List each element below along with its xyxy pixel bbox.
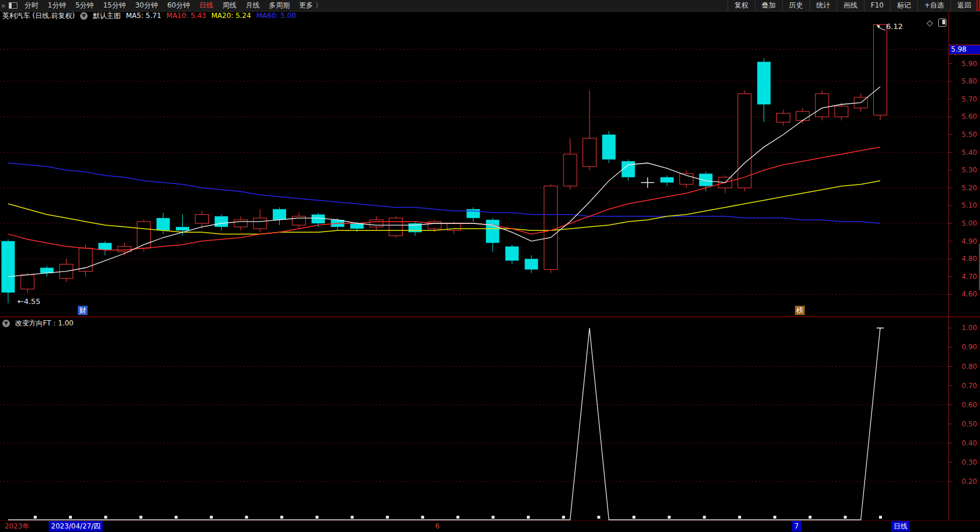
event-badge-财[interactable]: 财 [78, 306, 88, 315]
event-badge-榜[interactable]: 榜 [795, 306, 805, 315]
main-gridlines [0, 49, 949, 294]
indicator-axis-label: 0.50 [952, 420, 977, 428]
price-axis-label: 5.30 [952, 166, 977, 174]
indicator-axis-label: 1.00 [952, 324, 977, 332]
price-axis-label: 4.70 [952, 273, 977, 281]
last-price-tag: 5.98 [949, 45, 980, 55]
indicator-axis-label: 0.80 [952, 363, 977, 371]
chart-canvas[interactable] [0, 0, 980, 532]
high-price-annotation: 6.12 [886, 22, 903, 31]
period-tag[interactable]: 日线 [891, 521, 910, 531]
year-label: 2023年 [5, 521, 30, 531]
date-axis: 2023年 2023/04/27/四 日线 67 [0, 521, 980, 532]
chart-corner-tools: ◇ [927, 18, 946, 27]
candles [2, 24, 887, 303]
axis-frame [0, 0, 980, 520]
price-axis-label: 5.60 [952, 113, 977, 121]
indicator-gridlines [0, 367, 949, 482]
low-price-annotation: ←4.55 [17, 297, 41, 306]
price-axis-label: 5.70 [952, 95, 977, 103]
indicator-axis-label: 0.30 [952, 458, 977, 466]
price-axis-label: 5.50 [952, 131, 977, 139]
price-axis-label: 4.90 [952, 237, 977, 245]
price-axis-label: 4.80 [952, 255, 977, 263]
price-axis-label: 5.80 [952, 77, 977, 85]
indicator-axis-label: 0.60 [952, 401, 977, 409]
indicator-axis-label: 0.70 [952, 382, 977, 390]
month-label-6: 6 [435, 521, 440, 531]
price-axis-label: 4.60 [952, 290, 977, 298]
price-axis-label: 5.40 [952, 149, 977, 157]
start-date-tag: 2023/04/27/四 [49, 521, 103, 531]
indicator-axis-label: 0.20 [952, 477, 977, 486]
indicator-header: ▼ 改变方向FT：1.00 [2, 319, 74, 328]
split-panel-icon[interactable] [938, 19, 946, 27]
indicator-axis-label: 0.90 [952, 343, 977, 351]
price-axis-label: 5.00 [952, 219, 977, 227]
price-axis-label: 5.20 [952, 184, 977, 192]
app-window: » 分时 1分钟 5分钟 15分钟 30分钟 60分钟 日线 周线 月线 多周期… [0, 0, 980, 532]
price-axis-label: 5.10 [952, 201, 977, 209]
indicator-line [8, 328, 884, 520]
price-axis-label: 5.90 [952, 60, 977, 68]
chevron-down-icon[interactable]: ▼ [2, 320, 10, 327]
month-label-7: 7 [792, 521, 801, 531]
diamond-marker-icon[interactable]: ◇ [927, 18, 933, 27]
indicator-title: 改变方向FT：1.00 [15, 319, 74, 328]
indicator-axis-label: 0.40 [952, 439, 977, 447]
